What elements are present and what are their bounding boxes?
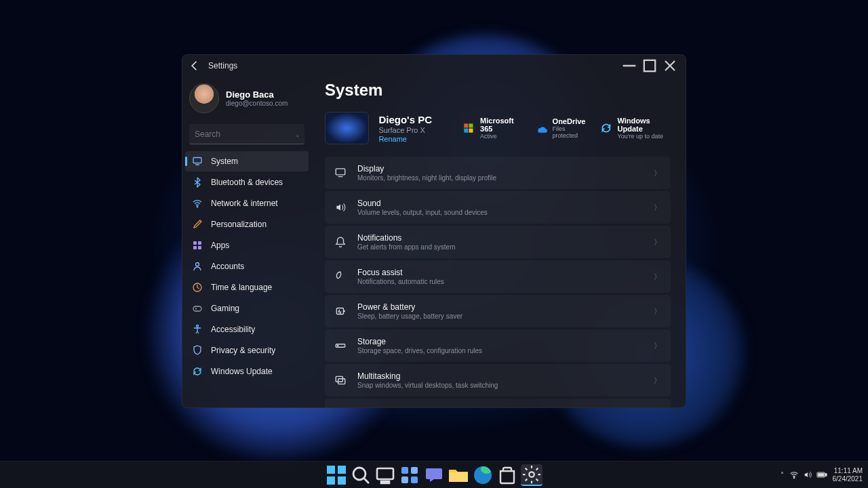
search-input[interactable] — [195, 129, 296, 139]
status-wupdate[interactable]: Windows UpdateYou're up to date — [600, 117, 671, 140]
sidebar-item-label: Accessibility — [211, 325, 255, 334]
avatar — [189, 83, 219, 113]
svg-rect-20 — [469, 129, 473, 133]
chevron-right-icon: 〉 — [654, 272, 661, 282]
svg-rect-15 — [193, 306, 201, 311]
setting-sub: Notifications, automatic rules — [357, 278, 643, 285]
sidebar-item-time[interactable]: Time & language — [185, 277, 309, 298]
setting-title: Nearby sharing — [357, 406, 643, 407]
setting-nearby[interactable]: Nearby sharingDiscoverability, received … — [325, 399, 671, 407]
titlebar: Settings — [182, 55, 686, 77]
svg-rect-29 — [327, 466, 335, 474]
svg-rect-38 — [411, 467, 418, 474]
setting-notifications[interactable]: NotificationsGet alerts from apps and sy… — [325, 226, 671, 258]
svg-rect-36 — [381, 481, 389, 483]
window-title: Settings — [208, 61, 237, 70]
sidebar-item-label: Windows Update — [211, 367, 273, 376]
minimize-button[interactable] — [619, 56, 639, 75]
setting-multitask[interactable]: MultitaskingSnap windows, virtual deskto… — [325, 364, 671, 396]
time-icon — [192, 282, 203, 293]
nav-list: SystemBluetooth & devicesNetwork & inter… — [182, 151, 311, 382]
taskbar: ˄ 11:11 AM 6/24/2021 — [0, 461, 868, 488]
setting-sub: Sleep, battery usage, battery saver — [357, 312, 643, 320]
taskbar-center — [326, 464, 542, 486]
sidebar-item-accessibility[interactable]: Accessibility — [185, 319, 309, 340]
setting-sub: Monitors, brightness, night light, displ… — [357, 174, 643, 182]
chevron-right-icon: 〉 — [654, 168, 661, 178]
status-group: Microsoft 365ActiveOneDriveFiles protect… — [462, 117, 671, 140]
setting-power[interactable]: Power & batterySleep, battery usage, bat… — [325, 295, 671, 327]
volume-icon[interactable] — [803, 469, 812, 481]
edge-button[interactable] — [472, 464, 494, 486]
sidebar-item-apps[interactable]: Apps — [185, 235, 309, 256]
sidebar-item-bluetooth[interactable]: Bluetooth & devices — [185, 172, 309, 192]
wifi-icon[interactable] — [789, 469, 799, 481]
sidebar-item-gaming[interactable]: Gaming — [185, 298, 309, 319]
status-sub: Files protected — [553, 125, 588, 139]
sidebar-item-privacy[interactable]: Privacy & security — [185, 340, 309, 361]
onedrive-icon — [535, 121, 547, 135]
svg-rect-19 — [465, 129, 469, 133]
sidebar-item-accounts[interactable]: Accounts — [185, 256, 309, 277]
tray-expand-icon[interactable]: ˄ — [781, 471, 784, 479]
taskview-button[interactable] — [374, 464, 396, 486]
svg-rect-18 — [469, 123, 473, 127]
display-icon — [334, 167, 347, 179]
battery-icon[interactable] — [816, 469, 827, 481]
settings-taskbar-button[interactable] — [521, 464, 542, 486]
clock[interactable]: 11:11 AM 6/24/2021 — [833, 467, 863, 483]
setting-sound[interactable]: SoundVolume levels, output, input, sound… — [325, 191, 671, 224]
sidebar-item-system[interactable]: System — [185, 151, 309, 171]
start-button[interactable] — [326, 464, 347, 486]
wupdate-icon — [600, 121, 612, 135]
explorer-button[interactable] — [448, 464, 469, 486]
focus-icon — [334, 270, 347, 283]
search-button[interactable] — [350, 464, 372, 486]
status-sub: Active — [480, 133, 523, 140]
pc-model: Surface Pro X — [378, 126, 453, 134]
setting-storage[interactable]: StorageStorage space, drives, configurat… — [325, 329, 671, 362]
svg-point-43 — [529, 472, 534, 477]
chevron-right-icon: 〉 — [654, 375, 661, 386]
user-profile[interactable]: Diego Baca diego@contoso.com — [182, 79, 311, 120]
svg-rect-32 — [338, 476, 346, 485]
storage-icon — [334, 340, 347, 352]
svg-rect-47 — [818, 473, 824, 476]
status-m365[interactable]: Microsoft 365Active — [462, 117, 523, 140]
setting-display[interactable]: DisplayMonitors, brightness, night light… — [325, 157, 671, 189]
status-onedrive[interactable]: OneDriveFiles protected — [535, 117, 588, 140]
svg-rect-41 — [449, 472, 468, 482]
notifications-icon — [334, 236, 347, 248]
status-sub: You're up to date — [618, 133, 671, 140]
bluetooth-icon — [192, 177, 203, 188]
setting-sub: Storage space, drives, configuration rul… — [357, 347, 643, 354]
widgets-button[interactable] — [399, 464, 420, 486]
gaming-icon — [192, 303, 203, 314]
svg-rect-46 — [825, 474, 827, 476]
svg-rect-17 — [465, 123, 469, 127]
system-tray[interactable]: ˄ 11:11 AM 6/24/2021 — [781, 467, 863, 483]
setting-sub: Snap windows, virtual desktops, task swi… — [357, 382, 643, 389]
update-icon — [192, 366, 203, 377]
search-box[interactable] — [189, 124, 304, 144]
sidebar-item-network[interactable]: Network & internet — [185, 193, 309, 214]
svg-rect-1 — [644, 60, 655, 71]
settings-window: Settings Diego Baca diego@contoso.com Sy… — [182, 54, 686, 408]
svg-rect-11 — [193, 246, 197, 249]
rename-link[interactable]: Rename — [378, 135, 453, 143]
sidebar-item-update[interactable]: Windows Update — [185, 361, 309, 382]
setting-focus[interactable]: Focus assistNotifications, automatic rul… — [325, 260, 671, 293]
setting-title: Power & battery — [357, 302, 643, 312]
setting-sub: Get alerts from apps and system — [357, 243, 643, 251]
maximize-button[interactable] — [639, 56, 660, 75]
store-button[interactable] — [496, 464, 518, 486]
back-button[interactable] — [188, 59, 201, 73]
chevron-right-icon: 〉 — [654, 237, 661, 247]
time: 11:11 AM — [833, 467, 863, 475]
svg-rect-37 — [401, 467, 408, 474]
setting-title: Sound — [357, 199, 643, 208]
chat-button[interactable] — [423, 464, 445, 486]
sidebar-item-personalization[interactable]: Personalization — [185, 214, 309, 235]
svg-point-33 — [353, 468, 366, 480]
close-button[interactable] — [660, 56, 680, 75]
